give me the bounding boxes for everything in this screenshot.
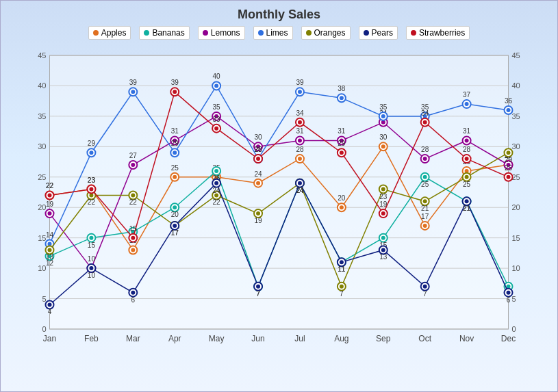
svg-point-63 [298, 157, 302, 161]
svg-point-93 [214, 169, 218, 173]
svg-rect-0 [50, 55, 509, 329]
svg-text:24: 24 [254, 170, 262, 178]
svg-text:25: 25 [463, 181, 471, 188]
svg-point-189 [48, 248, 52, 252]
svg-text:13: 13 [46, 253, 54, 261]
legend-item-oranges: Oranges [301, 26, 351, 40]
svg-point-84 [89, 236, 93, 240]
svg-point-186 [507, 108, 511, 112]
svg-point-270 [173, 90, 177, 94]
svg-point-60 [256, 181, 260, 185]
svg-point-240 [256, 285, 260, 289]
svg-point-69 [381, 144, 385, 148]
svg-text:15: 15 [129, 225, 138, 233]
svg-text:7: 7 [423, 290, 427, 298]
svg-text:20: 20 [512, 203, 520, 211]
svg-point-210 [340, 285, 344, 289]
svg-point-90 [173, 205, 177, 209]
svg-text:0: 0 [512, 325, 516, 333]
svg-point-285 [381, 211, 385, 215]
svg-text:28: 28 [463, 146, 471, 153]
svg-text:39: 39 [296, 79, 304, 86]
svg-text:19: 19 [254, 217, 262, 224]
svg-text:Dec: Dec [501, 334, 516, 343]
svg-text:19: 19 [379, 200, 388, 208]
svg-point-273 [214, 127, 218, 131]
svg-text:31: 31 [171, 127, 179, 135]
svg-text:10: 10 [88, 255, 96, 263]
svg-text:17: 17 [171, 229, 179, 237]
svg-point-249 [381, 248, 385, 252]
svg-text:40: 40 [213, 73, 221, 80]
svg-text:30: 30 [512, 142, 520, 151]
svg-text:Feb: Feb [84, 334, 99, 343]
svg-point-54 [173, 175, 177, 179]
legend-item-bananas: Bananas [139, 26, 189, 40]
svg-text:45: 45 [512, 51, 520, 60]
svg-text:0: 0 [42, 325, 46, 333]
svg-text:11: 11 [338, 265, 346, 273]
svg-point-216 [423, 199, 427, 203]
chart-title: Monthly Sales [8, 8, 550, 22]
svg-text:23: 23 [88, 177, 96, 184]
svg-point-225 [48, 302, 52, 306]
svg-point-288 [423, 120, 427, 125]
svg-text:7: 7 [340, 290, 344, 298]
svg-text:Jan: Jan [43, 334, 56, 343]
svg-point-237 [214, 181, 218, 185]
svg-text:45: 45 [38, 51, 46, 60]
svg-point-213 [381, 187, 385, 192]
svg-text:35: 35 [213, 103, 221, 111]
svg-point-159 [131, 90, 135, 94]
svg-point-108 [423, 175, 427, 179]
svg-text:30: 30 [38, 142, 46, 151]
svg-text:20: 20 [38, 203, 46, 211]
svg-text:29: 29 [88, 140, 96, 147]
svg-text:22: 22 [129, 198, 138, 206]
svg-text:34: 34 [421, 109, 429, 117]
svg-text:35: 35 [38, 112, 46, 120]
svg-point-252 [423, 285, 427, 289]
svg-text:15: 15 [512, 234, 520, 242]
svg-text:19: 19 [46, 200, 54, 208]
svg-text:22: 22 [213, 198, 221, 206]
svg-text:7: 7 [256, 290, 260, 298]
svg-point-243 [298, 181, 302, 185]
svg-text:24: 24 [296, 187, 304, 194]
svg-text:Oct: Oct [418, 334, 431, 343]
svg-point-255 [465, 199, 469, 203]
legend: Apples Bananas Lemons Limes Oranges Pear… [8, 26, 550, 40]
svg-text:6: 6 [507, 296, 511, 304]
svg-text:14: 14 [46, 231, 54, 239]
svg-point-234 [173, 224, 177, 228]
svg-text:May: May [209, 334, 225, 343]
svg-text:24: 24 [213, 187, 221, 194]
svg-text:40: 40 [38, 81, 46, 90]
legend-item-apples: Apples [88, 26, 131, 40]
chart-container: Monthly Sales Apples Bananas Lemons Lime… [0, 0, 558, 392]
svg-text:38: 38 [338, 85, 346, 92]
svg-text:23: 23 [379, 193, 388, 200]
svg-text:Jun: Jun [251, 334, 264, 343]
svg-point-177 [381, 114, 385, 118]
svg-text:25: 25 [38, 173, 46, 181]
svg-text:25: 25 [505, 164, 513, 172]
svg-text:29: 29 [505, 156, 513, 164]
svg-point-219 [465, 175, 469, 179]
svg-point-291 [465, 157, 469, 161]
svg-text:5: 5 [512, 295, 516, 303]
svg-point-276 [256, 157, 260, 161]
svg-text:27: 27 [129, 152, 138, 159]
svg-text:Jul: Jul [294, 334, 305, 343]
svg-text:30: 30 [254, 133, 262, 141]
svg-text:6: 6 [131, 296, 136, 304]
svg-point-144 [423, 157, 427, 161]
svg-point-279 [298, 120, 302, 125]
svg-text:39: 39 [171, 79, 179, 86]
svg-point-135 [298, 138, 302, 142]
svg-point-51 [131, 248, 135, 252]
svg-point-246 [340, 260, 344, 264]
svg-text:21: 21 [421, 205, 429, 212]
legend-item-lemons: Lemons [198, 26, 245, 40]
svg-point-72 [423, 224, 427, 228]
